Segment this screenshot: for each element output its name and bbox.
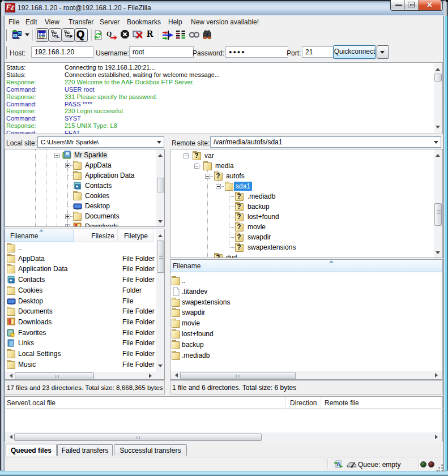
svg-text:L: L (57, 34, 59, 39)
svg-text:F: F (70, 34, 72, 39)
svg-text:Q: Q (106, 30, 112, 38)
